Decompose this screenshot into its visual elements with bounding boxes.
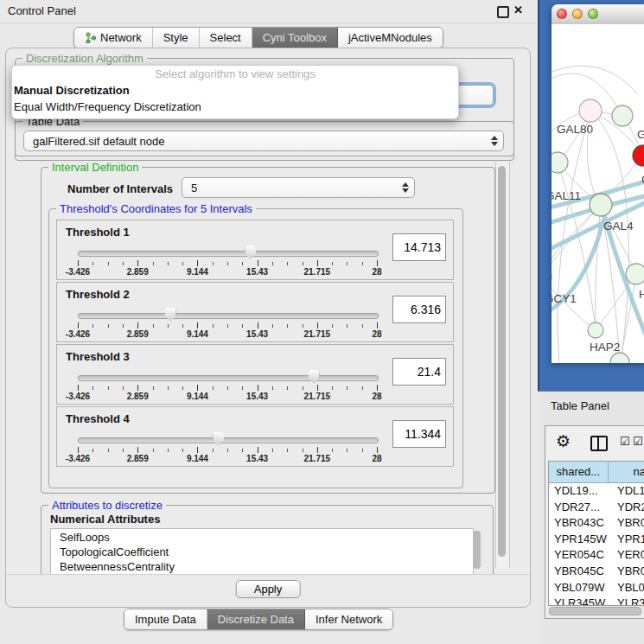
numerical-attributes-list[interactable]: SelfLoopsTopologicalCoefficientBetweenne… bbox=[50, 528, 474, 575]
threshold-4-label: Threshold 4 bbox=[66, 412, 130, 425]
network-node-gal4[interactable] bbox=[590, 194, 612, 216]
tab-network[interactable]: Network bbox=[74, 28, 153, 48]
panel-scrollbar[interactable] bbox=[495, 162, 510, 568]
table-row[interactable]: YER054CYER0 bbox=[549, 547, 644, 564]
column-header-shared-name[interactable]: shared... bbox=[549, 462, 609, 482]
network-node-h[interactable] bbox=[626, 264, 644, 284]
table-cell: YDL1 bbox=[614, 483, 644, 500]
network-node-top-right[interactable] bbox=[612, 105, 633, 126]
network-canvas[interactable]: GAL80 G C GAL11 GAL4 GCY1 H HAP2 bbox=[552, 24, 644, 363]
split-columns-icon[interactable] bbox=[590, 436, 608, 451]
attribute-item[interactable]: TopologicalCoefficient bbox=[51, 545, 473, 560]
threshold-1-slider-thumb[interactable] bbox=[245, 245, 256, 259]
threshold-4-slider-thumb[interactable] bbox=[213, 432, 224, 446]
table-row[interactable]: YBL079WYBL0 bbox=[549, 580, 644, 596]
threshold-1-slider[interactable]: -3.4262.8599.14415.4321.71528 bbox=[78, 246, 377, 277]
attribute-item[interactable]: SelfLoops bbox=[51, 531, 473, 545]
cyni-toolbox-panel: Discretization Algorithm Select algorith… bbox=[5, 48, 531, 608]
table-horizontal-scrollbar-thumb[interactable] bbox=[549, 607, 641, 615]
number-of-intervals-combobox[interactable]: 5 bbox=[182, 177, 415, 198]
close-icon[interactable]: ✕ bbox=[513, 3, 523, 16]
tab-style[interactable]: Style bbox=[153, 28, 200, 48]
right-panel: GAL80 G C GAL11 GAL4 GCY1 H HAP2 Table P… bbox=[538, 0, 644, 644]
network-window-titlebar[interactable] bbox=[552, 4, 644, 25]
network-node-bottom[interactable] bbox=[610, 353, 629, 363]
tab-discretize-data[interactable]: Discretize Data bbox=[207, 609, 305, 629]
attribute-item[interactable]: BetweennessCentrality bbox=[51, 560, 473, 575]
interval-definition-group: Interval Definition Number of Intervals … bbox=[41, 167, 495, 494]
network-node-gal11[interactable] bbox=[552, 152, 568, 173]
tab-infer-network[interactable]: Infer Network bbox=[305, 609, 392, 629]
algorithm-option-equal-width[interactable]: Equal Width/Frequency Discretization bbox=[12, 99, 458, 115]
threshold-2-box: Threshold 2 -3.4262.8599.14415.4321.7152… bbox=[56, 282, 454, 342]
node-table-header: shared... na bbox=[549, 462, 644, 483]
apply-button[interactable]: Apply bbox=[236, 580, 301, 598]
table-cell: YBR0 bbox=[614, 515, 644, 532]
threshold-3-slider-thumb[interactable] bbox=[309, 370, 320, 384]
threshold-2-slider[interactable]: -3.4262.8599.14415.4321.71528 bbox=[78, 309, 377, 340]
node-label-h-partial: H bbox=[639, 288, 644, 301]
threshold-3-label: Threshold 3 bbox=[66, 350, 130, 363]
slider-track[interactable] bbox=[78, 375, 379, 381]
table-row[interactable]: YLR345WYLR3 bbox=[549, 596, 644, 606]
table-row[interactable]: YDR27...YDR2 bbox=[549, 500, 644, 516]
node-label-hap2: HAP2 bbox=[590, 341, 620, 354]
threshold-4-box: Threshold 4 -3.4262.8599.14415.4321.7152… bbox=[56, 406, 454, 467]
table-cell: YER054C bbox=[549, 547, 614, 564]
algorithm-option-manual[interactable]: Manual Discretization bbox=[12, 82, 458, 99]
threshold-2-slider-thumb[interactable] bbox=[165, 308, 176, 322]
table-row[interactable]: YBR045CYBR0 bbox=[549, 564, 644, 580]
threshold-1-label: Threshold 1 bbox=[66, 226, 130, 239]
panel-scrollbar-thumb[interactable] bbox=[498, 166, 506, 557]
table-cell: YDL19... bbox=[549, 483, 614, 500]
tab-select[interactable]: Select bbox=[200, 28, 252, 48]
table-horizontal-scrollbar[interactable] bbox=[548, 606, 644, 615]
slider-ticks bbox=[78, 447, 377, 453]
slider-track[interactable] bbox=[78, 251, 379, 257]
table-data-combobox[interactable]: galFiltered.sif default node bbox=[23, 131, 504, 151]
combo-stepper-icon bbox=[401, 182, 408, 193]
apply-bar: Apply bbox=[7, 574, 529, 607]
interval-definition-group-title: Interval Definition bbox=[48, 161, 142, 174]
slider-ticks bbox=[78, 260, 377, 266]
zoom-traffic-light-icon[interactable] bbox=[588, 9, 598, 19]
slider-track[interactable] bbox=[78, 313, 379, 319]
threshold-3-value-field[interactable] bbox=[392, 358, 446, 386]
table-row[interactable]: YDL19...YDL1 bbox=[549, 483, 644, 500]
threshold-1-value-field[interactable] bbox=[392, 233, 446, 261]
network-node-pink[interactable] bbox=[579, 99, 602, 122]
table-cell: YBR045C bbox=[549, 564, 614, 580]
tab-jactivemnodules[interactable]: jActiveMNodules bbox=[338, 28, 443, 48]
tab-impute-data[interactable]: Impute Data bbox=[124, 609, 207, 629]
table-cell: YDR2 bbox=[614, 500, 644, 516]
threshold-4-value-field[interactable] bbox=[392, 420, 446, 448]
network-node-hap2[interactable] bbox=[588, 322, 603, 338]
threshold-2-value-field[interactable] bbox=[392, 296, 446, 323]
table-cell: YPR145W bbox=[549, 532, 614, 548]
slider-ticklabels: -3.4262.8599.14415.4321.71528 bbox=[78, 329, 377, 340]
table-cell: YDR27... bbox=[549, 500, 614, 516]
table-row[interactable]: YPR145WYPR1 bbox=[549, 532, 644, 548]
table-cell: YLR3 bbox=[614, 596, 644, 606]
checkbox-icon[interactable]: ☑ bbox=[633, 435, 643, 448]
close-traffic-light-icon[interactable] bbox=[557, 9, 567, 19]
threshold-3-slider[interactable]: -3.4262.8599.14415.4321.71528 bbox=[78, 371, 377, 402]
table-cell: YBL0 bbox=[614, 580, 644, 596]
slider-ticklabels: -3.4262.8599.14415.4321.71528 bbox=[78, 454, 377, 464]
tab-cyni-toolbox[interactable]: Cyni Toolbox bbox=[252, 28, 338, 48]
cyni-mode-tabs: Impute Data Discretize Data Infer Networ… bbox=[124, 609, 393, 630]
gear-icon[interactable]: ⚙ bbox=[556, 431, 571, 451]
float-window-icon[interactable] bbox=[497, 6, 509, 18]
column-header-name[interactable]: na bbox=[609, 462, 644, 482]
minimize-traffic-light-icon[interactable] bbox=[572, 9, 583, 19]
attributes-group-title: Attributes to discretize bbox=[48, 499, 166, 512]
checkbox-icon[interactable]: ☑ bbox=[620, 435, 630, 448]
network-node-red-selected[interactable] bbox=[633, 145, 644, 166]
table-panel-title: Table Panel bbox=[551, 399, 609, 412]
attributes-list-scrollbar[interactable] bbox=[473, 531, 481, 569]
slider-track[interactable] bbox=[78, 437, 379, 443]
threshold-4-slider[interactable]: -3.4262.8599.14415.4321.71528 bbox=[78, 433, 377, 464]
numerical-attributes-label: Numerical Attributes bbox=[50, 513, 160, 526]
table-row[interactable]: YBR043CYBR0 bbox=[549, 515, 644, 532]
threshold-1-box: Threshold 1 -3.4262.8599.14415.4321.7152… bbox=[56, 220, 454, 280]
